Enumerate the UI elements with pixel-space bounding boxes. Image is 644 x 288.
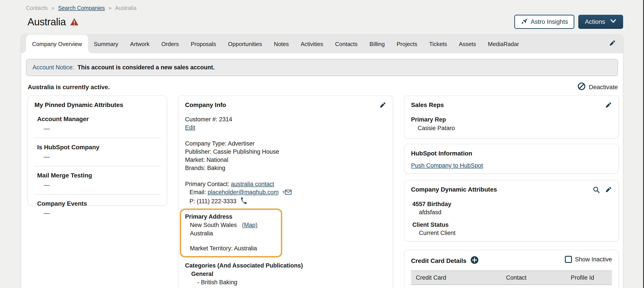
primary-contact-label: Primary Contact: xyxy=(185,181,229,187)
tab-mediaradar[interactable]: MediaRadar xyxy=(482,35,525,53)
dynamic-attributes-edit-icon[interactable] xyxy=(604,186,612,195)
dynamic-attributes-title: Company Dynamic Attributes xyxy=(411,186,497,193)
credit-card-empty-row: No Credit Card information on file xyxy=(411,285,612,288)
phone-line: P: (111) 222-3333 xyxy=(190,197,386,206)
breadcrumb: Contacts » Search Companies » Australia xyxy=(26,5,623,11)
active-status-text: Australia is currently active. xyxy=(28,84,110,91)
address-line-2: Australia xyxy=(190,229,276,238)
pinned-item-label: Is HubSpot Company xyxy=(37,144,160,151)
company-type: Company Type: Advertiser xyxy=(185,139,386,148)
account-notice-banner: Account Notice: This account is consider… xyxy=(26,59,618,76)
deactivate-button[interactable]: Deactivate xyxy=(578,82,618,92)
dynamic-attr-label: Client Status xyxy=(412,221,612,228)
tab-orders[interactable]: Orders xyxy=(156,35,185,53)
phone-icon[interactable] xyxy=(240,199,247,205)
divider xyxy=(34,166,160,166)
tab-bar: Company Overview Summary Artwork Orders … xyxy=(21,35,623,53)
pinned-item-value: — xyxy=(44,154,160,160)
breadcrumb-separator: » xyxy=(52,5,54,11)
divider xyxy=(34,194,160,194)
tab-opportunities[interactable]: Opportunities xyxy=(222,35,268,53)
tab-projects[interactable]: Projects xyxy=(390,35,423,53)
add-credit-card-icon[interactable] xyxy=(470,256,479,266)
phone-number: P: (111) 222-3333 xyxy=(190,198,236,205)
hubspot-title: HubSpot Information xyxy=(411,150,612,157)
account-notice-text: This account is considered a new sales a… xyxy=(78,64,215,71)
show-inactive-label: Show Inactive xyxy=(575,256,612,263)
pinned-attributes-card: My Pinned Dynamic Attributes Account Man… xyxy=(28,96,167,206)
tab-billing[interactable]: Billing xyxy=(364,35,390,53)
email-line: Email: placeholder@maghub.com xyxy=(190,188,386,197)
edit-link[interactable]: Edit xyxy=(185,124,196,131)
window-edge xyxy=(643,0,644,288)
pinned-item-value: — xyxy=(44,210,160,217)
show-inactive-checkbox[interactable] xyxy=(565,256,572,263)
market: Market: National xyxy=(185,156,386,164)
hubspot-card: HubSpot Information Push Company to HubS… xyxy=(404,144,619,174)
column-contact: Contact xyxy=(506,274,570,281)
page-title: Australia xyxy=(28,16,66,28)
tab-summary[interactable]: Summary xyxy=(88,35,124,53)
dynamic-attr-value: Current Client xyxy=(419,230,612,236)
pinned-item-label: Company Events xyxy=(37,200,160,207)
tabs-edit-icon[interactable] xyxy=(608,40,616,49)
divider xyxy=(34,138,160,138)
tab-proposals[interactable]: Proposals xyxy=(185,35,222,53)
credit-card-table: Credit Card Contact Profile Id No Credit… xyxy=(411,271,612,288)
brands: Brands: Baking xyxy=(185,164,386,172)
dynamic-attributes-search-icon[interactable] xyxy=(592,186,600,195)
ban-icon xyxy=(578,82,586,92)
breadcrumb-search-companies[interactable]: Search Companies xyxy=(58,5,105,11)
customer-number: Customer #: 2314 xyxy=(185,115,386,123)
astro-insights-label: Astro Insights xyxy=(531,18,568,25)
pinned-item-label: Mail Merge Testing xyxy=(37,172,160,179)
primary-rep-label: Primary Rep xyxy=(411,116,612,123)
warning-icon xyxy=(70,17,79,26)
tab-company-overview[interactable]: Company Overview xyxy=(26,35,88,53)
map-link[interactable]: (Map) xyxy=(242,222,258,228)
publisher: Publisher: Cassie Publishing House xyxy=(185,148,386,156)
australia-contact-link[interactable]: australia contact xyxy=(231,181,274,187)
column-profile-id: Profile Id xyxy=(571,274,612,281)
credit-card-details-title: Credit Card Details xyxy=(411,257,466,264)
company-info-card: Company Info Customer #: 2314 Edit xyxy=(178,96,393,288)
tab-contacts[interactable]: Contacts xyxy=(329,35,364,53)
actions-button[interactable]: Actions xyxy=(578,15,623,29)
dynamic-attributes-card: Company Dynamic Attributes xyxy=(404,180,619,241)
email-link[interactable]: placeholder@maghub.com xyxy=(208,189,279,196)
tab-notes[interactable]: Notes xyxy=(268,35,295,53)
tab-assets[interactable]: Assets xyxy=(453,35,482,53)
pinned-item-label: Account Manager xyxy=(37,116,160,123)
primary-address-highlight: Primary Address New South Wales (Map) Au… xyxy=(180,209,282,257)
email-icon[interactable] xyxy=(282,190,292,196)
dynamic-attr-label: 4557 Birthday xyxy=(412,201,612,208)
page-header: Australia Astro Insights xyxy=(21,15,623,29)
credit-card-details-card: Credit Card Details Sho xyxy=(404,250,619,288)
tab-artwork[interactable]: Artwork xyxy=(124,35,156,53)
credit-card-table-header: Credit Card Contact Profile Id xyxy=(411,271,612,285)
sales-reps-card: Sales Reps Primary Rep Cassie Pataro xyxy=(404,96,619,138)
main-panel: Company Overview Summary Artwork Orders … xyxy=(21,35,623,288)
primary-address-heading: Primary Address xyxy=(185,212,276,221)
address-line-1: New South Wales (Map) xyxy=(190,221,276,229)
status-row: Australia is currently active. Deactivat… xyxy=(26,82,618,92)
page: Contacts » Search Companies » Australia … xyxy=(0,0,644,288)
astro-insights-button[interactable]: Astro Insights xyxy=(514,15,574,29)
content-columns: My Pinned Dynamic Attributes Account Man… xyxy=(21,96,623,288)
tab-activities[interactable]: Activities xyxy=(295,35,329,53)
column-credit-card: Credit Card xyxy=(416,274,506,281)
category-group: General xyxy=(191,270,386,278)
category-item: - British Baking xyxy=(198,278,386,286)
company-info-edit-icon[interactable] xyxy=(379,101,386,110)
email-label: Email: xyxy=(190,189,206,196)
account-notice-label: Account Notice: xyxy=(32,64,74,71)
breadcrumb-separator: » xyxy=(108,5,112,11)
rocket-icon xyxy=(521,18,528,26)
chevron-down-icon xyxy=(610,18,616,25)
dynamic-attr-value: afdsfasd xyxy=(419,209,612,216)
tab-tickets[interactable]: Tickets xyxy=(423,35,453,53)
push-company-to-hubspot-link[interactable]: Push Company to HubSpot xyxy=(411,162,483,169)
deactivate-label: Deactivate xyxy=(589,84,618,91)
sales-reps-edit-icon[interactable] xyxy=(604,101,612,110)
primary-rep-value: Cassie Pataro xyxy=(418,125,612,132)
